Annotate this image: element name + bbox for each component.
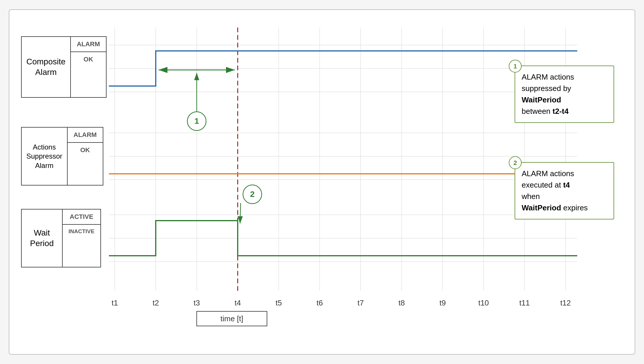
annotation-text-2: ALARM actionsexecuted at t4whenWaitPerio… (522, 169, 588, 212)
svg-text:t4: t4 (234, 298, 241, 307)
svg-text:t10: t10 (478, 298, 489, 307)
svg-text:t11: t11 (519, 298, 530, 307)
svg-text:t1: t1 (112, 298, 118, 307)
annotation-number-2: 2 (509, 156, 522, 169)
annotation-box-1: 1 ALARM actionssuppressed byWaitPeriodbe… (515, 66, 614, 123)
actions-suppressor-state-ok: OK (68, 143, 103, 157)
composite-alarm-label: CompositeAlarm (22, 37, 71, 97)
svg-text:1: 1 (194, 116, 199, 126)
svg-text:t7: t7 (357, 298, 364, 307)
annotation-box-2: 2 ALARM actionsexecuted at t4whenWaitPer… (515, 162, 614, 219)
composite-alarm-label-box: CompositeAlarm ALARM OK (21, 36, 107, 98)
main-container: 1 2 t1 t2 t3 t4 t5 t6 t7 t8 t9 t10 t11 t… (9, 9, 635, 355)
wait-period-state-active: ACTIVE (63, 210, 100, 225)
svg-text:t9: t9 (439, 298, 446, 307)
svg-text:t2: t2 (153, 298, 159, 307)
actions-suppressor-label: ActionsSuppressorAlarm (22, 128, 68, 185)
svg-line-29 (240, 203, 241, 224)
annotation-number-1: 1 (509, 60, 522, 73)
svg-text:t6: t6 (316, 298, 323, 307)
svg-text:time [t]: time [t] (220, 314, 243, 323)
annotation-text-1: ALARM actionssuppressed byWaitPeriodbetw… (522, 73, 574, 116)
svg-text:t12: t12 (560, 298, 571, 307)
wait-period-label-box: WaitPeriod ACTIVE INACTIVE (21, 209, 101, 267)
wait-period-state-inactive: INACTIVE (63, 225, 100, 238)
svg-text:2: 2 (250, 190, 255, 199)
svg-text:t8: t8 (398, 298, 405, 307)
svg-text:t5: t5 (275, 298, 282, 307)
actions-suppressor-state-alarm: ALARM (68, 128, 103, 143)
svg-text:t3: t3 (193, 298, 200, 307)
composite-alarm-state-alarm: ALARM (71, 37, 106, 52)
composite-alarm-state-ok: OK (71, 52, 106, 67)
actions-suppressor-label-box: ActionsSuppressorAlarm ALARM OK (21, 127, 103, 186)
diagram-area: 1 2 t1 t2 t3 t4 t5 t6 t7 t8 t9 t10 t11 t… (21, 22, 623, 342)
wait-period-label: WaitPeriod (22, 210, 63, 267)
